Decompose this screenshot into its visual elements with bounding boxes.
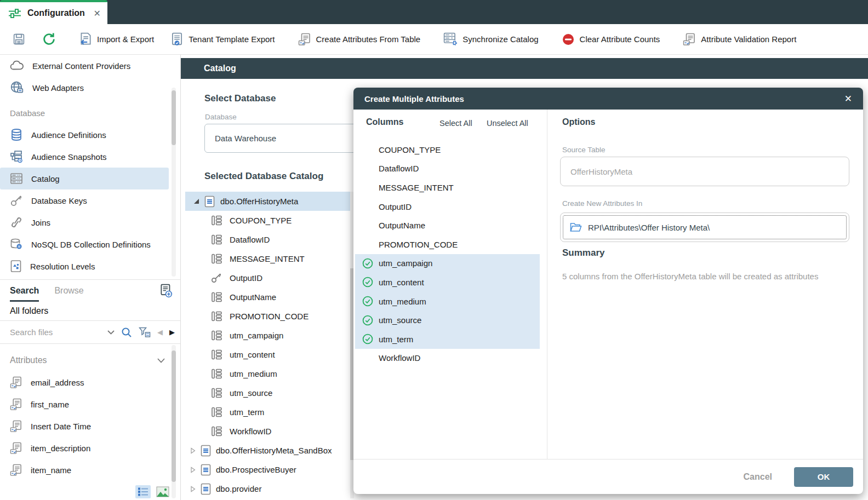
create-in-label: Create New Attributes In	[562, 199, 642, 208]
sidebar-item-label: Audience Definitions	[31, 130, 106, 140]
image-view-button[interactable]	[155, 485, 170, 498]
attribute-item-insert-date-time[interactable]: Insert Date Time	[0, 415, 180, 437]
tree-column-row[interactable]: COUPON_TYPE	[181, 211, 354, 230]
column-icon	[211, 292, 222, 302]
attribute-label: item_description	[31, 444, 90, 453]
expander-expanded-icon[interactable]	[194, 199, 199, 204]
toolbar-item-clear-attribute-counts[interactable]: Clear Attribute Counts	[562, 33, 660, 46]
sidebar-scrollbar[interactable]	[172, 88, 176, 277]
summary-heading: Summary	[562, 248, 604, 258]
source-table-input[interactable]	[560, 157, 849, 186]
dialog-close-icon[interactable]: ✕	[844, 93, 852, 105]
toolbar-item-label: Clear Attribute Counts	[580, 35, 660, 44]
tree-key-column-row[interactable]: OutputID	[181, 268, 354, 288]
joins-icon	[10, 216, 23, 229]
sidebar-item-label: Catalog	[31, 174, 60, 183]
expander-collapsed-icon[interactable]	[190, 447, 196, 454]
import-export-icon	[79, 32, 92, 47]
attribute-icon	[10, 398, 22, 411]
tree-column-row[interactable]: PROMOTION_CODE	[181, 307, 354, 326]
resolution-levels-icon	[10, 260, 22, 273]
save-button[interactable]	[12, 32, 26, 46]
tree-column-row[interactable]: DataflowID	[181, 230, 354, 249]
tree-column-row[interactable]: utm_source	[181, 383, 354, 403]
sidebar-item-audience-snapshots[interactable]: Audience Snapshots	[0, 146, 180, 168]
attribute-item-email-address[interactable]: email_address	[0, 371, 180, 393]
search-bar: ◀ ▶	[0, 321, 180, 344]
tree-column-row[interactable]: utm_content	[181, 345, 354, 364]
dialog-column-row[interactable]: OutputID	[355, 197, 540, 216]
dialog-column-row-selected[interactable]: utm_campaign	[355, 254, 540, 273]
tree-table-row[interactable]: dbo.ProspectiveBuyer	[181, 460, 354, 479]
expander-collapsed-icon[interactable]	[190, 467, 196, 473]
tree-column-label: utm_medium	[230, 369, 277, 378]
tree-column-row[interactable]: utm_campaign	[181, 326, 354, 345]
tree-column-row[interactable]: MESSAGE_INTENT	[181, 249, 354, 268]
dialog-column-row[interactable]: WorkflowID	[355, 349, 540, 368]
sidebar-item-label: Joins	[31, 218, 50, 227]
toolbar-item-import-export[interactable]: Import & Export	[79, 32, 154, 47]
tab-search[interactable]: Search	[10, 280, 39, 302]
tab-close-icon[interactable]: ✕	[94, 8, 101, 19]
toolbar-item-attribute-validation-report[interactable]: Attribute Validation Report	[683, 33, 796, 46]
sidebar-item-database-keys[interactable]: Database Keys	[0, 189, 180, 211]
tree-column-label: MESSAGE_INTENT	[230, 254, 305, 263]
toolbar-item-create-attributes[interactable]: Create Attributes From Table	[298, 33, 421, 46]
toolbar-item-tenant-template-export[interactable]: Tenant Template Export	[170, 32, 275, 47]
attribute-item-item-description[interactable]: item_description	[0, 437, 180, 459]
tab-browse[interactable]: Browse	[54, 280, 83, 302]
sidebar-item-nosql-db-collection-definitions[interactable]: NoSQL DB Collection Definitions	[0, 233, 180, 255]
dialog-options-panel: Options Source Table Create New Attribut…	[562, 110, 848, 459]
tab-configuration[interactable]: Configuration ✕	[0, 0, 107, 24]
refresh-button[interactable]	[42, 32, 56, 46]
collapse-chevron-icon[interactable]	[157, 358, 165, 363]
dialog-column-row-selected[interactable]: utm_medium	[355, 292, 540, 311]
tree-column-row[interactable]: OutputName	[181, 288, 354, 307]
chevron-down-icon[interactable]	[107, 330, 115, 335]
sidebar-item-external-content-providers[interactable]: External Content Providers	[0, 55, 180, 77]
filter-icon[interactable]	[139, 327, 151, 338]
tree-table-row[interactable]: dbo.provider	[181, 479, 354, 498]
check-circle-icon	[362, 296, 373, 307]
sidebar-item-label: External Content Providers	[32, 61, 130, 71]
unselect-all-button[interactable]: Unselect All	[487, 119, 528, 128]
dialog-column-row[interactable]: OutputName	[355, 216, 540, 235]
list-view-button[interactable]	[135, 485, 151, 498]
toolbar-item-label: Tenant Template Export	[189, 35, 275, 44]
sidebar-item-audience-definitions[interactable]: Audience Definitions	[0, 124, 180, 146]
dialog-column-row[interactable]: DataflowID	[355, 159, 540, 179]
sidebar-item-catalog[interactable]: Catalog	[0, 168, 169, 189]
ok-button[interactable]: OK	[794, 467, 853, 487]
search-icon[interactable]	[121, 327, 132, 338]
previous-arrow-icon[interactable]: ◀	[157, 328, 163, 336]
tree-table-label: dbo.ProspectiveBuyer	[216, 465, 296, 474]
search-input[interactable]	[10, 327, 101, 337]
attribute-item-first-name[interactable]: first_name	[0, 393, 180, 415]
tree-column-row[interactable]: utm_term	[181, 403, 354, 422]
folder-picker[interactable]: RPI\Attributes\Offer History Meta\	[560, 212, 849, 242]
tree-table-label: dbo.OfferHistoryMeta_SandBox	[216, 446, 332, 455]
next-arrow-icon[interactable]: ▶	[169, 328, 175, 336]
attribute-item-item-name[interactable]: item_name	[0, 459, 180, 481]
tree-column-row[interactable]: utm_medium	[181, 364, 354, 383]
tree-root-row[interactable]: dbo.OfferHistoryMeta	[185, 192, 354, 211]
column-label: OutputName	[379, 221, 425, 230]
tree-column-row[interactable]: WorkflowID	[181, 422, 354, 441]
sidebar-item-resolution-levels[interactable]: Resolution Levels	[0, 255, 180, 277]
dialog-column-row[interactable]: PROMOTION_CODE	[355, 235, 540, 254]
dialog-column-row[interactable]: COUPON_TYPE	[355, 140, 540, 159]
cancel-button[interactable]: Cancel	[744, 472, 772, 482]
expander-collapsed-icon[interactable]	[190, 486, 196, 492]
dialog-column-row-selected[interactable]: utm_term	[355, 330, 540, 349]
select-database-heading: Select Database	[204, 93, 276, 104]
select-all-button[interactable]: Select All	[439, 119, 472, 128]
sidebar-item-web-adapters[interactable]: Web Adapters	[0, 77, 180, 99]
dialog-column-row-selected[interactable]: utm_source	[355, 311, 540, 330]
dialog-column-row[interactable]: MESSAGE_INTENT	[355, 178, 540, 197]
tree-table-row[interactable]: dbo.OfferHistoryMeta_SandBox	[181, 441, 354, 460]
toolbar-item-synchronize-catalog[interactable]: Synchronize Catalog	[443, 32, 538, 46]
sidebar-item-joins[interactable]: Joins	[0, 211, 180, 233]
add-document-icon[interactable]	[159, 284, 173, 298]
dialog-column-row-selected[interactable]: utm_content	[355, 273, 540, 292]
attributes-scrollbar[interactable]	[172, 345, 176, 498]
